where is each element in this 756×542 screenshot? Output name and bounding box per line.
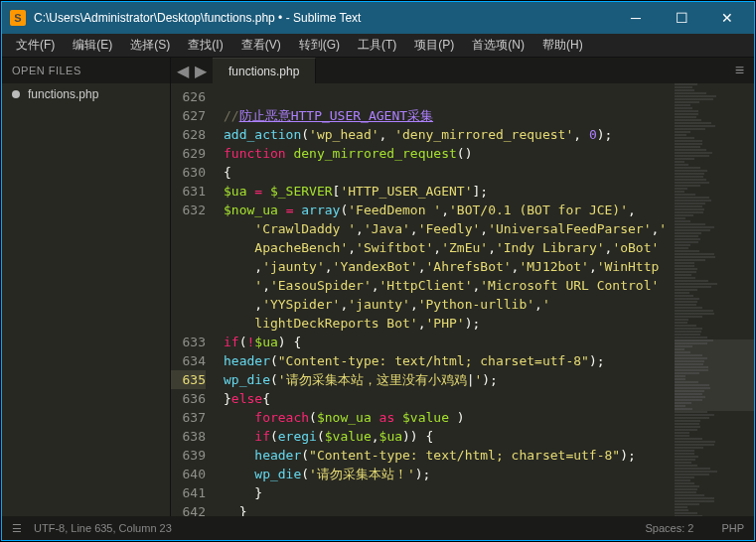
window-title: C:\Users\Administrator\Desktop\functions… xyxy=(34,11,613,25)
menu-item-1[interactable]: 编辑(E) xyxy=(65,34,120,57)
code-line[interactable]: { xyxy=(224,163,675,182)
minimize-button[interactable]: ─ xyxy=(613,3,659,33)
code-line[interactable]: wp_die('请勿采集本站，这里没有小鸡鸡|'); xyxy=(224,370,675,389)
menu-item-8[interactable]: 首选项(N) xyxy=(464,34,532,57)
code-line[interactable]: //防止恶意HTTP_USER_AGENT采集 xyxy=(224,106,675,125)
line-number[interactable]: 629 xyxy=(171,144,206,163)
status-encoding[interactable]: UTF-8, Line 635, Column 23 xyxy=(34,522,172,534)
line-number[interactable]: 642 xyxy=(171,502,206,516)
line-number[interactable]: 641 xyxy=(171,483,206,502)
chevron-left-icon[interactable]: ◀ xyxy=(177,62,189,80)
line-number[interactable] xyxy=(171,295,206,314)
line-number[interactable] xyxy=(171,276,206,295)
line-number[interactable]: 633 xyxy=(171,333,206,351)
code[interactable]: //防止恶意HTTP_USER_AGENT采集add_action('wp_he… xyxy=(216,83,675,516)
close-button[interactable]: ✕ xyxy=(704,3,750,33)
code-line[interactable]: if(eregi($value,$ua)) { xyxy=(224,427,675,446)
code-line[interactable]: header("Content-type: text/html; charset… xyxy=(224,446,675,465)
line-number[interactable]: 631 xyxy=(171,182,206,201)
line-number[interactable]: 634 xyxy=(171,351,206,370)
code-line[interactable]: } xyxy=(224,483,675,502)
code-line[interactable]: ApacheBench','Swiftbot','ZmEu','Indy Lib… xyxy=(224,238,675,257)
line-number[interactable] xyxy=(171,257,206,276)
code-line[interactable]: function deny_mirrored_request() xyxy=(224,144,675,163)
line-number[interactable]: 626 xyxy=(171,87,206,106)
code-line[interactable]: $now_ua = array('FeedDemon ','BOT/0.1 (B… xyxy=(224,201,675,219)
code-line[interactable]: add_action('wp_head', 'deny_mirrored_req… xyxy=(224,125,675,144)
chevron-right-icon[interactable]: ▶ xyxy=(195,62,207,80)
statusbar-menu-icon[interactable]: ☰ xyxy=(12,522,22,535)
code-line[interactable]: $ua = $_SERVER['HTTP_USER_AGENT']; xyxy=(224,182,675,201)
line-number[interactable]: 638 xyxy=(171,427,206,446)
line-number[interactable]: 635 xyxy=(171,370,206,389)
line-number[interactable]: 627 xyxy=(171,106,206,125)
menu-item-5[interactable]: 转到(G) xyxy=(291,34,348,57)
window-controls: ─ ☐ ✕ xyxy=(613,3,750,33)
line-number[interactable] xyxy=(171,219,206,238)
dirty-indicator-icon xyxy=(12,90,20,98)
line-number[interactable]: 632 xyxy=(171,201,206,219)
gutter[interactable]: 6266276286296306316326336346356366376386… xyxy=(171,83,216,516)
menu-item-9[interactable]: 帮助(H) xyxy=(534,34,591,57)
line-number[interactable]: 639 xyxy=(171,446,206,465)
code-line[interactable]: ,'jaunty','YandexBot','AhrefsBot','MJ12b… xyxy=(224,257,675,276)
line-number[interactable]: 640 xyxy=(171,465,206,483)
code-line[interactable]: ','EasouSpider','HttpClient','Microsoft … xyxy=(224,276,675,295)
line-number[interactable]: 637 xyxy=(171,408,206,427)
sidebar-header: OPEN FILES xyxy=(2,58,170,83)
code-line[interactable] xyxy=(224,87,675,106)
tab-menu-icon[interactable]: ≡ xyxy=(725,58,754,83)
code-line[interactable]: } xyxy=(224,502,675,516)
menu-item-2[interactable]: 选择(S) xyxy=(122,34,178,57)
line-number[interactable] xyxy=(171,314,206,333)
code-line[interactable]: foreach($now_ua as $value ) xyxy=(224,408,675,427)
open-file-label: functions.php xyxy=(28,87,98,101)
maximize-button[interactable]: ☐ xyxy=(659,3,704,33)
code-line[interactable]: wp_die('请勿采集本站！'); xyxy=(224,465,675,483)
window: S C:\Users\Administrator\Desktop\functio… xyxy=(1,1,755,541)
open-file-entry[interactable]: functions.php xyxy=(2,83,170,105)
sidebar: OPEN FILES functions.php xyxy=(2,58,171,516)
code-area[interactable]: 6266276286296306316326336346356366376386… xyxy=(171,83,754,516)
tab-label: functions.php xyxy=(228,65,299,78)
menubar: 文件(F)编辑(E)选择(S)查找(I)查看(V)转到(G)工具(T)项目(P)… xyxy=(2,34,754,58)
tab-functions-php[interactable]: functions.php xyxy=(213,58,316,83)
line-number[interactable]: 636 xyxy=(171,389,206,408)
code-line[interactable]: ,'YYSpider','jaunty','Python-urllib',' xyxy=(224,295,675,314)
code-line[interactable]: 'CrawlDaddy ','Java','Feedly','Universal… xyxy=(224,219,675,238)
menu-item-4[interactable]: 查看(V) xyxy=(233,34,289,57)
menu-item-7[interactable]: 项目(P) xyxy=(406,34,462,57)
body-area: OPEN FILES functions.php ◀ ▶ functions.p… xyxy=(2,58,754,516)
minimap[interactable] xyxy=(675,83,754,516)
code-line[interactable]: }else{ xyxy=(224,389,675,408)
tab-nav-arrows[interactable]: ◀ ▶ xyxy=(171,58,213,83)
app-icon: S xyxy=(10,10,26,26)
menu-item-3[interactable]: 查找(I) xyxy=(180,34,230,57)
code-line[interactable]: if(!$ua) { xyxy=(224,333,675,351)
line-number[interactable]: 628 xyxy=(171,125,206,144)
menu-item-0[interactable]: 文件(F) xyxy=(8,34,63,57)
line-number[interactable]: 630 xyxy=(171,163,206,182)
titlebar[interactable]: S C:\Users\Administrator\Desktop\functio… xyxy=(2,2,754,34)
code-line[interactable]: lightDeckReports Bot','PHP'); xyxy=(224,314,675,333)
minimap-viewport[interactable] xyxy=(675,339,754,411)
code-line[interactable]: header("Content-type: text/html; charset… xyxy=(224,351,675,370)
statusbar: ☰ UTF-8, Line 635, Column 23 Spaces: 2 P… xyxy=(2,516,754,540)
status-syntax[interactable]: PHP xyxy=(721,522,744,534)
line-number[interactable] xyxy=(171,238,206,257)
editor-pane: ◀ ▶ functions.php ≡ 62662762862963063163… xyxy=(171,58,754,516)
status-indent[interactable]: Spaces: 2 xyxy=(645,522,693,534)
menu-item-6[interactable]: 工具(T) xyxy=(350,34,404,57)
tab-row: ◀ ▶ functions.php ≡ xyxy=(171,58,754,83)
